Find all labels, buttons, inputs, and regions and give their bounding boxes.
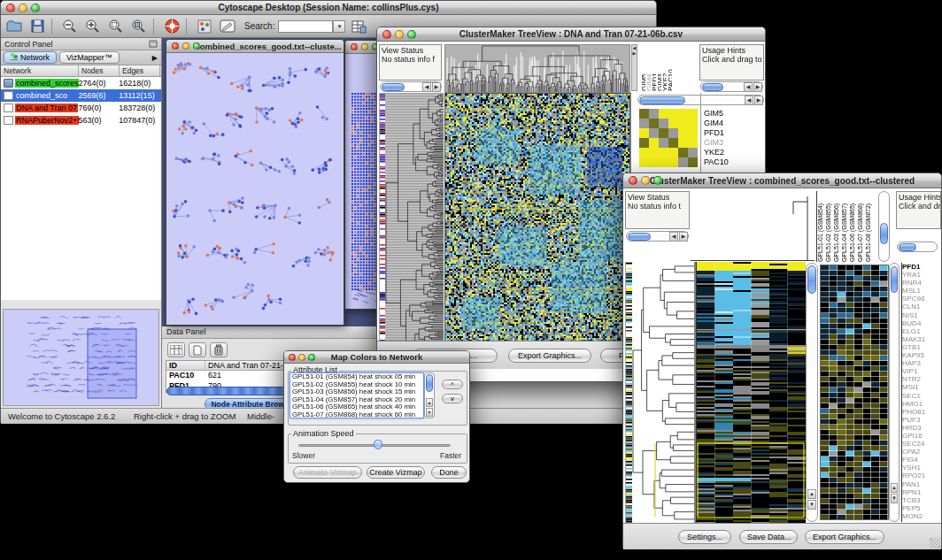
mini-heatmap-cell[interactable] xyxy=(678,119,688,128)
node-attributes-icon[interactable] xyxy=(167,342,185,357)
zoom-button[interactable] xyxy=(407,30,416,39)
mini-heatmap-cell[interactable] xyxy=(649,148,659,157)
scroll-left-arrow[interactable]: ◀ xyxy=(669,232,678,242)
minimize-button[interactable] xyxy=(361,43,368,50)
mini-heatmap-cell[interactable] xyxy=(659,157,668,167)
zoom-fit-icon[interactable] xyxy=(129,18,149,35)
scrollbar-thumb[interactable] xyxy=(899,243,916,251)
network-list-row[interactable]: DNA and Tran 07769(0)183728(0) xyxy=(1,102,161,114)
treeview2-gene-list[interactable]: PFD1YRA1RNR4MSL1SPC98CLN1NIS1BUD4ELG1MAK… xyxy=(901,263,941,522)
mini-heatmap-cell[interactable] xyxy=(668,157,678,167)
mini-heatmap-cell[interactable] xyxy=(688,109,698,119)
mini-heatmap-cell[interactable] xyxy=(639,148,649,157)
gene-label[interactable]: MON2 xyxy=(902,512,941,520)
save-icon[interactable] xyxy=(27,18,47,35)
mini-heatmap-cell[interactable] xyxy=(639,119,649,128)
close-button[interactable] xyxy=(289,354,296,361)
gene-label[interactable]: SEC24 xyxy=(902,440,941,448)
scrollbar-thumb[interactable] xyxy=(382,83,405,91)
mini-heatmap-cell[interactable] xyxy=(649,157,659,167)
network-list-row[interactable]: RNAPuberNov2+!563(0)107847(0) xyxy=(1,114,161,127)
heatmap-canvas[interactable] xyxy=(444,93,630,357)
gene-label[interactable]: NTR2 xyxy=(902,375,941,383)
minimize-button[interactable] xyxy=(19,4,27,12)
done-button[interactable]: Done xyxy=(431,466,467,479)
new-attribute-icon[interactable] xyxy=(189,342,206,357)
gene-label[interactable]: PFD1 xyxy=(704,128,764,138)
main-title-bar[interactable]: Cytoscape Desktop (Session Name: collins… xyxy=(1,1,656,15)
usage-hints-scrollbar[interactable] xyxy=(897,242,938,252)
mini-heatmap-cell[interactable] xyxy=(659,128,668,138)
gene-label[interactable]: RPN1 xyxy=(902,488,941,496)
scrollbar-thumb[interactable] xyxy=(891,266,898,293)
mini-heatmap-cell[interactable] xyxy=(639,138,649,148)
scrollbar-thumb[interactable] xyxy=(702,83,723,91)
scrollbar-thumb[interactable] xyxy=(807,265,816,294)
mini-heatmap-cell[interactable] xyxy=(688,128,698,138)
zoomed-heatmap-canvas[interactable] xyxy=(820,265,889,520)
scroll-left-arrow[interactable]: ◀ xyxy=(422,82,431,92)
scrollbar-thumb[interactable] xyxy=(426,374,433,392)
scroll-down-arrow[interactable]: ▼ xyxy=(891,494,898,503)
gene-label[interactable]: GTB1 xyxy=(902,343,941,351)
gene-dendrogram-canvas[interactable] xyxy=(385,93,444,355)
gene-label[interactable]: PHO81 xyxy=(902,408,941,416)
settings-button[interactable]: Settings... xyxy=(678,530,731,544)
attribute-list-scrollbar[interactable]: ▲ ▼ xyxy=(424,372,435,418)
close-button[interactable] xyxy=(172,42,179,50)
view-status-scrollbar[interactable]: ◀ ▶ xyxy=(626,231,689,242)
mini-heatmap-cell[interactable] xyxy=(668,148,678,157)
gene-label[interactable]: PEP5 xyxy=(902,504,941,512)
mini-heatmap-cell[interactable] xyxy=(688,138,698,148)
vizmapper-icon[interactable] xyxy=(195,18,214,35)
export-graphics-button[interactable]: Export Graphics... xyxy=(805,530,884,544)
mini-heatmap-cell[interactable] xyxy=(668,128,678,138)
mini-heatmap-cell[interactable] xyxy=(649,109,659,119)
mini-heatmap-cell[interactable] xyxy=(678,138,688,148)
mini-heatmap-cell[interactable] xyxy=(659,138,668,148)
usage-hints-scrollbar[interactable]: ◀ ▶ xyxy=(700,81,763,92)
annotation-icon[interactable] xyxy=(218,18,237,35)
gene-label[interactable]: RPO21 xyxy=(902,472,941,479)
tree-splitter[interactable]: ◀▶ xyxy=(631,44,637,91)
scroll-right-arrow[interactable]: ▶ xyxy=(753,82,762,92)
mini-heatmap-cell[interactable] xyxy=(668,119,678,128)
gene-label[interactable]: MSL1 xyxy=(902,287,941,295)
network-overview-canvas[interactable] xyxy=(4,310,158,405)
column-dendrogram-canvas[interactable] xyxy=(691,191,815,261)
gene-dendrogram-canvas[interactable] xyxy=(632,262,696,523)
attribute-list[interactable]: GPL51-01 (GSM854) heat shock 05 minGPL51… xyxy=(290,372,424,418)
gene-label[interactable]: MAK31 xyxy=(902,335,941,343)
scroll-right-arrow[interactable]: ▶ xyxy=(432,82,441,92)
scroll-up-arrow[interactable]: ▲ xyxy=(807,489,816,499)
scroll-right-arrow[interactable]: ▶ xyxy=(679,232,688,242)
resize-grip[interactable] xyxy=(930,538,940,548)
tab-network[interactable]: Network xyxy=(4,51,57,64)
close-button[interactable] xyxy=(629,176,637,185)
zoom-out-icon[interactable] xyxy=(60,18,80,35)
mini-heatmap-cell[interactable] xyxy=(639,157,649,167)
gene-label[interactable]: RNR4 xyxy=(902,279,941,287)
help-lifesaver-icon[interactable] xyxy=(162,18,181,35)
gene-label[interactable]: HMG1 xyxy=(902,400,941,408)
similarity-mini-heatmap[interactable] xyxy=(639,109,698,167)
mini-heatmap-cell[interactable] xyxy=(659,119,668,128)
scrollbar-thumb[interactable] xyxy=(880,223,888,244)
treeview1-title-bar[interactable]: ClusterMaker TreeView : DNA and Tran 07-… xyxy=(377,27,765,42)
zoom-selected-icon[interactable] xyxy=(106,18,126,35)
mini-heatmap-cell[interactable] xyxy=(649,119,659,128)
scroll-left-arrow[interactable]: ◀ xyxy=(744,82,753,92)
gene-label[interactable]: CLN1 xyxy=(902,303,941,311)
gene-label[interactable]: GIM5 xyxy=(704,109,764,119)
animate-vizmap-button[interactable]: Animate Vizmap xyxy=(293,466,362,479)
gene-label[interactable]: PAN1 xyxy=(902,480,941,488)
minimize-button[interactable] xyxy=(182,42,189,50)
mini-heatmap-cell[interactable] xyxy=(668,109,678,119)
float-panel-icon[interactable] xyxy=(149,40,158,48)
gene-label[interactable]: CPA2 xyxy=(902,448,941,456)
mini-heatmap-cell[interactable] xyxy=(688,157,698,167)
network-window1-title-bar[interactable]: combined_scores_good.txt--cluste... xyxy=(166,40,344,53)
gene-label[interactable]: GIM3 xyxy=(704,138,764,148)
save-data-button[interactable]: Save Data... xyxy=(739,530,798,544)
mini-heatmap-cell[interactable] xyxy=(668,138,678,148)
